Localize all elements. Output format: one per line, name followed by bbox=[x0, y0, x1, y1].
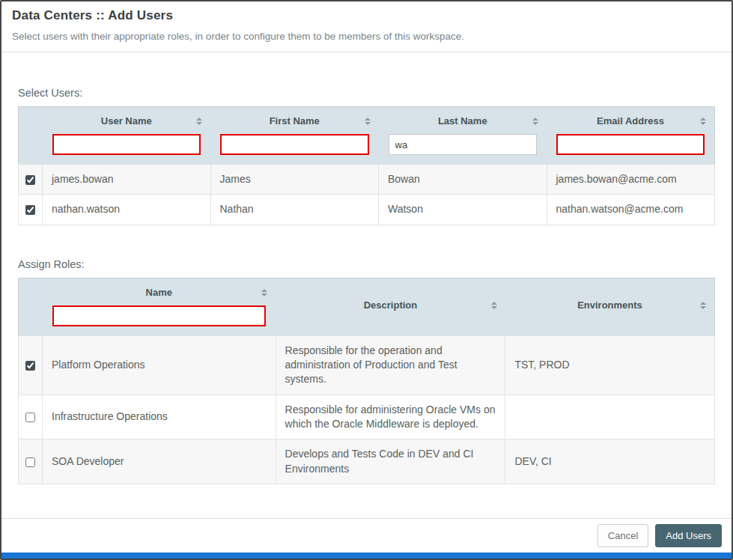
role-checkbox-cell bbox=[19, 335, 43, 395]
page-subtitle: Select users with their appropriate role… bbox=[12, 31, 721, 52]
users-checkbox-column-header bbox=[19, 107, 43, 165]
roles-column-header-environments[interactable]: Environments bbox=[505, 278, 715, 335]
lastname-filter-input[interactable] bbox=[389, 134, 538, 155]
firstname-filter-input[interactable] bbox=[220, 134, 369, 155]
header-divider bbox=[1, 52, 732, 52]
role-name-header-label-wrap: Name bbox=[52, 287, 267, 299]
user-table-row: james.bowan James Bowan james.bowan@acme… bbox=[19, 165, 715, 195]
role-checkbox-cell bbox=[19, 439, 43, 484]
username-header-label-wrap: User Name bbox=[52, 115, 201, 127]
users-column-header-username[interactable]: User Name bbox=[43, 107, 211, 165]
description-header-label-wrap: Description bbox=[285, 299, 496, 311]
page-title: Data Centers :: Add Users bbox=[12, 8, 721, 23]
email-header-label-wrap: Email Address bbox=[556, 115, 705, 127]
user-email-cell: james.bowan@acme.com bbox=[547, 165, 715, 195]
user-firstname-cell: Nathan bbox=[210, 195, 379, 225]
users-column-header-lastname[interactable]: Last Name bbox=[379, 107, 547, 165]
role-name-cell: Platform Operations bbox=[43, 335, 276, 395]
users-column-header-firstname[interactable]: First Name bbox=[210, 107, 379, 165]
username-filter-input[interactable] bbox=[52, 134, 201, 155]
role-checkbox-cell bbox=[19, 395, 43, 439]
role-table-row: Infrastructure Operations Responsible fo… bbox=[19, 395, 715, 439]
user-row-checkbox[interactable] bbox=[25, 175, 35, 185]
users-table: User Name First Name bbox=[18, 106, 715, 225]
bottom-accent-bar bbox=[1, 553, 732, 559]
user-email-cell: nathan.watson@acme.com bbox=[547, 195, 715, 225]
dialog-footer: Cancel Add Users bbox=[1, 518, 732, 553]
user-row-checkbox[interactable] bbox=[25, 205, 35, 215]
sort-icon[interactable] bbox=[700, 118, 706, 125]
role-description-cell: Responsible for the operation and admini… bbox=[276, 335, 505, 395]
cancel-button[interactable]: Cancel bbox=[597, 524, 648, 547]
user-firstname-cell: James bbox=[210, 165, 379, 195]
role-environments-cell bbox=[505, 395, 715, 439]
sort-icon[interactable] bbox=[196, 118, 202, 125]
firstname-header-label-wrap: First Name bbox=[220, 115, 369, 127]
environments-header-label-wrap: Environments bbox=[515, 299, 705, 311]
lastname-header-label-wrap: Last Name bbox=[389, 115, 538, 127]
environments-column-label: Environments bbox=[577, 299, 642, 311]
sort-icon[interactable] bbox=[700, 302, 706, 309]
user-table-row: nathan.watson Nathan Watson nathan.watso… bbox=[19, 195, 715, 225]
role-table-row: Platform Operations Responsible for the … bbox=[19, 335, 715, 395]
user-checkbox-cell bbox=[19, 165, 43, 195]
role-name-cell: Infrastructure Operations bbox=[43, 395, 276, 439]
add-users-button[interactable]: Add Users bbox=[655, 524, 722, 547]
roles-header-row: Name Description Environments bbox=[19, 278, 715, 335]
sort-icon[interactable] bbox=[261, 289, 267, 296]
users-header-row: User Name First Name bbox=[19, 107, 715, 165]
email-filter-input[interactable] bbox=[556, 134, 705, 155]
role-description-cell: Develops and Tests Code in DEV and CI En… bbox=[276, 439, 505, 484]
user-lastname-cell: Watson bbox=[379, 195, 547, 225]
email-column-label: Email Address bbox=[597, 115, 664, 127]
add-users-dialog: Data Centers :: Add Users Select users w… bbox=[0, 0, 733, 560]
role-row-checkbox[interactable] bbox=[25, 457, 35, 467]
role-table-row: SOA Developer Develops and Tests Code in… bbox=[19, 439, 715, 484]
dialog-content: Select Users: User Name bbox=[1, 87, 732, 484]
sort-icon[interactable] bbox=[532, 118, 538, 125]
role-environments-cell: TST, PROD bbox=[505, 335, 715, 395]
role-environments-cell: DEV, CI bbox=[505, 439, 715, 484]
role-row-checkbox[interactable] bbox=[25, 361, 35, 371]
firstname-column-label: First Name bbox=[270, 115, 320, 127]
role-name-cell: SOA Developer bbox=[43, 439, 276, 484]
role-description-cell: Responsible for administering Oracle VMs… bbox=[276, 395, 505, 439]
lastname-column-label: Last Name bbox=[438, 115, 487, 127]
description-column-label: Description bbox=[364, 299, 418, 311]
roles-column-header-name[interactable]: Name bbox=[43, 278, 276, 335]
user-lastname-cell: Bowan bbox=[379, 165, 547, 195]
user-username-cell: james.bowan bbox=[43, 165, 211, 195]
sort-icon[interactable] bbox=[365, 118, 371, 125]
sort-icon[interactable] bbox=[491, 302, 497, 309]
role-row-checkbox[interactable] bbox=[25, 413, 35, 422]
assign-roles-label: Assign Roles: bbox=[18, 258, 715, 270]
username-column-label: User Name bbox=[101, 115, 152, 127]
dialog-header: Data Centers :: Add Users Select users w… bbox=[1, 1, 732, 52]
role-name-filter-input[interactable] bbox=[52, 305, 267, 326]
user-checkbox-cell bbox=[19, 195, 43, 225]
roles-checkbox-column-header bbox=[19, 278, 43, 335]
select-users-label: Select Users: bbox=[18, 87, 715, 99]
role-name-column-label: Name bbox=[146, 287, 172, 298]
users-column-header-email[interactable]: Email Address bbox=[547, 107, 715, 165]
user-username-cell: nathan.watson bbox=[43, 195, 211, 225]
roles-table: Name Description Environments bbox=[18, 278, 715, 484]
roles-column-header-description[interactable]: Description bbox=[276, 278, 505, 335]
